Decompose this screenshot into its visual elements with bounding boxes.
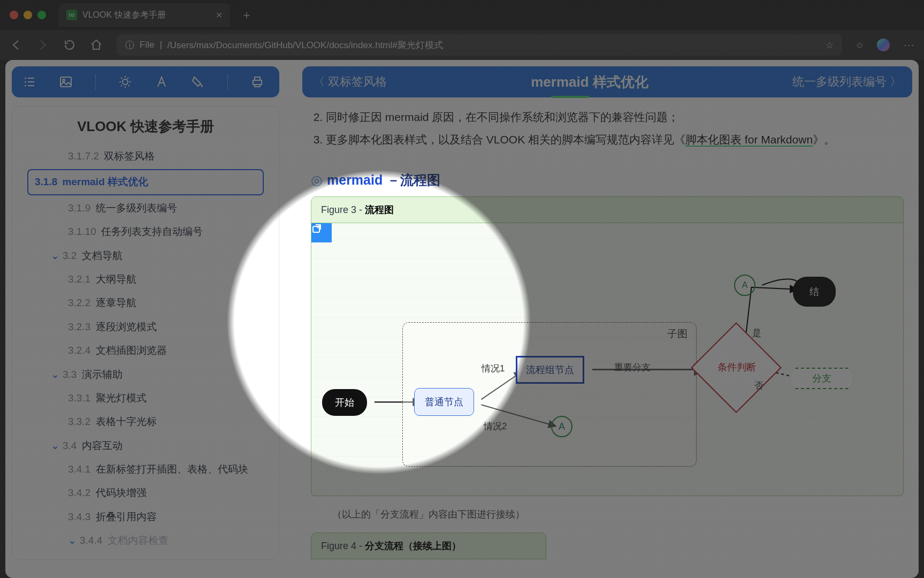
node-normal[interactable]: 普通节点 <box>414 388 474 416</box>
toc-label: 文档插图浏览器 <box>96 345 167 356</box>
toc-label: 折叠引用内容 <box>96 511 157 522</box>
heading-dash: － <box>387 172 400 187</box>
doc-title: VLOOK 快速参考手册 <box>12 117 279 136</box>
chevron-down-icon: ⌄ <box>51 367 59 383</box>
paint-icon[interactable] <box>191 75 205 89</box>
node-branch[interactable]: 分支 <box>795 367 851 390</box>
picture-icon[interactable] <box>59 75 73 89</box>
toc-number: 3.3.2 <box>68 416 90 427</box>
reload-icon[interactable] <box>63 39 76 51</box>
toc-item[interactable]: 3.1.10 任务列表支持自动编号 <box>12 220 279 244</box>
toc-label: 文档内容检查 <box>108 535 169 546</box>
toc-item[interactable]: 3.2.3 逐段浏览模式 <box>12 315 279 339</box>
separator <box>95 74 96 90</box>
font-icon[interactable] <box>155 75 169 89</box>
node-end[interactable]: 结 <box>793 277 836 307</box>
toc-number: 3.1.8 <box>35 176 57 187</box>
node-condition[interactable]: 条件判断 <box>691 322 782 413</box>
browser-tab[interactable]: ∞ VLOOK 快速参考手册 ✕ <box>59 3 230 27</box>
toc-number: 3.2.1 <box>68 273 90 285</box>
profile-avatar[interactable] <box>877 39 890 51</box>
toc-label: 大纲导航 <box>96 273 136 285</box>
favicon: ∞ <box>66 10 77 20</box>
new-tab-button[interactable]: ＋ <box>241 7 253 23</box>
main-content: 同时修正因 mermaid 原因，在不同操作系统和浏览器下的兼容性问题； 更多脚… <box>302 106 912 578</box>
toc-item[interactable]: 3.2.2 逐章导航 <box>12 291 279 315</box>
node-process-group[interactable]: 流程组节点 <box>516 356 584 384</box>
address-bar[interactable]: ⓘ File | /Users/max/Documents/GitHub/VLO… <box>117 34 842 56</box>
edge-label: 情况2 <box>484 420 507 432</box>
prev-chapter-link[interactable]: 〈 双标签风格 <box>313 74 387 90</box>
info-icon[interactable]: ⓘ <box>125 39 134 51</box>
node-label: 分支 <box>790 368 854 389</box>
toc-item[interactable]: ⌄3.2 文档导航 <box>12 244 279 268</box>
toc-item[interactable]: 3.1.7.2 双标签风格 <box>12 144 279 168</box>
toc-item[interactable]: 3.3.1 聚光灯模式 <box>12 386 279 410</box>
figure-note: （以上的「分支流程」内容由下图进行接续） <box>332 508 882 521</box>
toc-item[interactable]: 3.1.9 统一多级列表编号 <box>12 196 279 220</box>
next-chapter-link[interactable]: 统一多级列表编号 〉 <box>792 74 902 90</box>
toc-number: 3.1.10 <box>68 226 96 237</box>
edge-label: 否 <box>754 379 763 392</box>
toc-number: 3.2.4 <box>68 345 90 356</box>
toolbar-ribbon <box>12 66 279 97</box>
toc-item[interactable]: 3.3.2 表格十字光标 <box>12 410 279 434</box>
print-icon[interactable] <box>250 75 264 89</box>
section-heading: ◎ mermaid－流程图 <box>311 171 904 189</box>
open-new-tab-icon[interactable] <box>311 223 332 242</box>
chevron-down-icon: ⌄ <box>51 248 59 264</box>
toc-number: 3.2.2 <box>68 297 90 308</box>
node-connector-a[interactable]: A <box>734 275 755 296</box>
toc-item[interactable]: 3.2.4 文档插图浏览器 <box>12 339 279 362</box>
toc-item[interactable]: ⌄3.4 内容互动 <box>12 434 279 458</box>
chapter-title: mermaid 样式优化 <box>387 73 792 92</box>
toc-number: 3.1.9 <box>68 202 90 214</box>
home-icon[interactable] <box>90 39 103 51</box>
toc-item[interactable]: 3.4.2 代码块增强 <box>12 481 279 505</box>
forward-icon[interactable] <box>36 39 49 51</box>
toc-item[interactable]: 3.1.8 mermaid 样式优化 <box>27 169 264 195</box>
prev-chapter-label: 双标签风格 <box>328 74 387 90</box>
toc-label: 文档导航 <box>82 250 123 261</box>
bullet-icon: ◎ <box>311 172 323 188</box>
toc-item[interactable]: ⌄3.3 演示辅助 <box>12 363 279 386</box>
favorites-icon[interactable]: ✩ <box>856 40 863 50</box>
url-scheme: File <box>140 40 154 50</box>
text: 》。 <box>813 133 835 146</box>
url-separator: | <box>159 40 162 50</box>
toc-label: 任务列表支持自动编号 <box>101 226 203 237</box>
svg-point-2 <box>123 79 128 85</box>
maximize-window[interactable] <box>37 11 46 19</box>
bookmark-icon[interactable]: ☆ <box>826 40 834 51</box>
heading-part: mermaid <box>327 172 383 188</box>
toc-number: 3.3 <box>63 369 77 380</box>
toc-number: 3.4 <box>63 440 77 451</box>
mermaid-flowchart[interactable]: 子图 开始 普通节点 流程组节点 A A 条件判断 结 分支 情况1 情况2 重… <box>311 223 904 496</box>
link-script-charts[interactable]: 脚本化图表 for Markdown <box>685 133 813 147</box>
node-start[interactable]: 开始 <box>322 389 367 416</box>
toc-item[interactable]: 3.4.1 在新标签打开插图、表格、代码块 <box>12 458 279 481</box>
toc-label: 双标签风格 <box>104 150 155 162</box>
toc-icon[interactable] <box>22 75 36 89</box>
toc-label: 内容互动 <box>82 440 123 451</box>
toc-label: 逐段浏览模式 <box>96 321 157 332</box>
toc-item[interactable]: ⌄3.4.4 文档内容检查 <box>12 529 279 552</box>
more-icon[interactable]: ⋯ <box>904 39 914 51</box>
toc-label: 演示辅助 <box>82 369 123 380</box>
toc-label: 表格十字光标 <box>96 416 157 427</box>
chevron-left-icon: 〈 <box>313 74 325 90</box>
edge-label: 情况1 <box>482 362 505 375</box>
close-tab-icon[interactable]: ✕ <box>216 10 223 20</box>
list-item: 更多脚本化图表样式，以及结合 VLOOK 相关的脚本编写规范内容详见《脚本化图表… <box>326 128 904 151</box>
node-connector-a[interactable]: A <box>551 416 572 437</box>
back-icon[interactable] <box>10 39 22 51</box>
toc-number: 3.2 <box>63 250 77 261</box>
brightness-icon[interactable] <box>118 75 132 89</box>
edge-label: 是 <box>752 327 761 339</box>
close-window[interactable] <box>10 11 18 19</box>
figure-title: 流程图 <box>365 204 394 215</box>
figure-title: 分支流程（接续上图） <box>365 541 461 551</box>
toc-item[interactable]: 3.4.3 折叠引用内容 <box>12 505 279 529</box>
toc-item[interactable]: 3.2.1 大纲导航 <box>12 268 279 291</box>
minimize-window[interactable] <box>24 11 32 19</box>
